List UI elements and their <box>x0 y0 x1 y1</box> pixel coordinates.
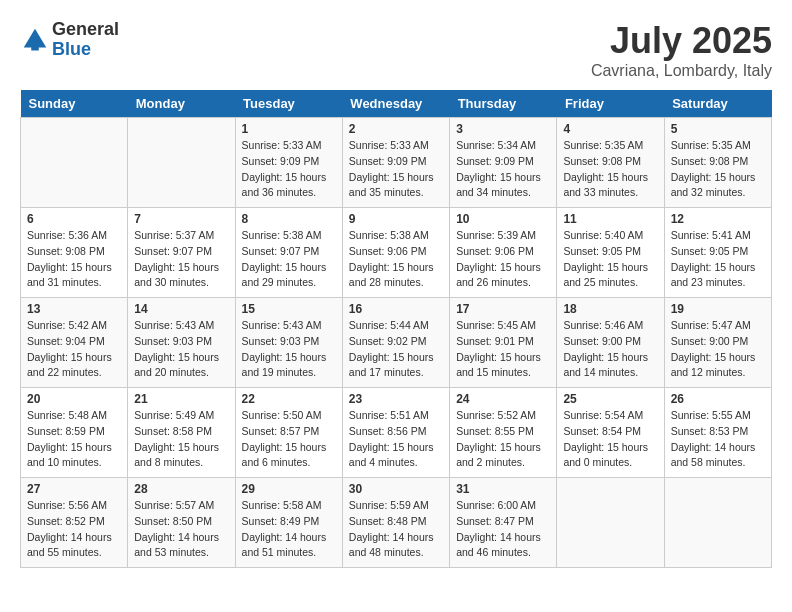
cell-5-2: 28Sunrise: 5:57 AMSunset: 8:50 PMDayligh… <box>128 478 235 568</box>
sunrise-text: Sunrise: 5:35 AM <box>671 138 765 154</box>
day-number: 9 <box>349 212 443 226</box>
sunset-text: Sunset: 9:00 PM <box>671 334 765 350</box>
day-detail: Sunrise: 5:35 AMSunset: 9:08 PMDaylight:… <box>563 138 657 201</box>
day-detail: Sunrise: 5:37 AMSunset: 9:07 PMDaylight:… <box>134 228 228 291</box>
daylight-text: Daylight: 15 hours and 33 minutes. <box>563 170 657 202</box>
sunset-text: Sunset: 9:08 PM <box>27 244 121 260</box>
day-number: 17 <box>456 302 550 316</box>
sunset-text: Sunset: 9:03 PM <box>242 334 336 350</box>
day-detail: Sunrise: 5:42 AMSunset: 9:04 PMDaylight:… <box>27 318 121 381</box>
sunset-text: Sunset: 8:48 PM <box>349 514 443 530</box>
day-number: 25 <box>563 392 657 406</box>
daylight-text: Daylight: 14 hours and 58 minutes. <box>671 440 765 472</box>
cell-1-6: 4Sunrise: 5:35 AMSunset: 9:08 PMDaylight… <box>557 118 664 208</box>
daylight-text: Daylight: 15 hours and 0 minutes. <box>563 440 657 472</box>
cell-5-6 <box>557 478 664 568</box>
day-detail: Sunrise: 5:43 AMSunset: 9:03 PMDaylight:… <box>242 318 336 381</box>
day-number: 13 <box>27 302 121 316</box>
sunset-text: Sunset: 8:54 PM <box>563 424 657 440</box>
day-detail: Sunrise: 5:52 AMSunset: 8:55 PMDaylight:… <box>456 408 550 471</box>
sunset-text: Sunset: 9:09 PM <box>456 154 550 170</box>
day-detail: Sunrise: 5:49 AMSunset: 8:58 PMDaylight:… <box>134 408 228 471</box>
day-number: 2 <box>349 122 443 136</box>
day-detail: Sunrise: 5:50 AMSunset: 8:57 PMDaylight:… <box>242 408 336 471</box>
sunset-text: Sunset: 8:49 PM <box>242 514 336 530</box>
day-number: 18 <box>563 302 657 316</box>
sunrise-text: Sunrise: 5:37 AM <box>134 228 228 244</box>
cell-2-4: 9Sunrise: 5:38 AMSunset: 9:06 PMDaylight… <box>342 208 449 298</box>
sunrise-text: Sunrise: 5:57 AM <box>134 498 228 514</box>
sunset-text: Sunset: 9:06 PM <box>349 244 443 260</box>
sunrise-text: Sunrise: 5:58 AM <box>242 498 336 514</box>
daylight-text: Daylight: 15 hours and 31 minutes. <box>27 260 121 292</box>
header-saturday: Saturday <box>664 90 771 118</box>
day-number: 22 <box>242 392 336 406</box>
day-detail: Sunrise: 5:43 AMSunset: 9:03 PMDaylight:… <box>134 318 228 381</box>
sunrise-text: Sunrise: 5:39 AM <box>456 228 550 244</box>
week-row-4: 20Sunrise: 5:48 AMSunset: 8:59 PMDayligh… <box>21 388 772 478</box>
logo-icon <box>20 25 50 55</box>
sunset-text: Sunset: 8:53 PM <box>671 424 765 440</box>
daylight-text: Daylight: 14 hours and 53 minutes. <box>134 530 228 562</box>
sunset-text: Sunset: 9:05 PM <box>563 244 657 260</box>
sunset-text: Sunset: 8:52 PM <box>27 514 121 530</box>
cell-1-2 <box>128 118 235 208</box>
daylight-text: Daylight: 15 hours and 23 minutes. <box>671 260 765 292</box>
week-row-2: 6Sunrise: 5:36 AMSunset: 9:08 PMDaylight… <box>21 208 772 298</box>
day-number: 19 <box>671 302 765 316</box>
daylight-text: Daylight: 15 hours and 20 minutes. <box>134 350 228 382</box>
sunrise-text: Sunrise: 5:51 AM <box>349 408 443 424</box>
day-detail: Sunrise: 5:36 AMSunset: 9:08 PMDaylight:… <box>27 228 121 291</box>
header-sunday: Sunday <box>21 90 128 118</box>
daylight-text: Daylight: 14 hours and 51 minutes. <box>242 530 336 562</box>
sunrise-text: Sunrise: 5:34 AM <box>456 138 550 154</box>
day-detail: Sunrise: 5:41 AMSunset: 9:05 PMDaylight:… <box>671 228 765 291</box>
day-number: 6 <box>27 212 121 226</box>
day-number: 16 <box>349 302 443 316</box>
sunset-text: Sunset: 8:56 PM <box>349 424 443 440</box>
logo-blue: Blue <box>52 40 119 60</box>
cell-4-5: 24Sunrise: 5:52 AMSunset: 8:55 PMDayligh… <box>450 388 557 478</box>
day-number: 11 <box>563 212 657 226</box>
day-detail: Sunrise: 5:56 AMSunset: 8:52 PMDaylight:… <box>27 498 121 561</box>
sunrise-text: Sunrise: 5:43 AM <box>242 318 336 334</box>
sunrise-text: Sunrise: 5:33 AM <box>349 138 443 154</box>
cell-4-4: 23Sunrise: 5:51 AMSunset: 8:56 PMDayligh… <box>342 388 449 478</box>
daylight-text: Daylight: 15 hours and 36 minutes. <box>242 170 336 202</box>
daylight-text: Daylight: 15 hours and 2 minutes. <box>456 440 550 472</box>
day-detail: Sunrise: 5:34 AMSunset: 9:09 PMDaylight:… <box>456 138 550 201</box>
day-number: 30 <box>349 482 443 496</box>
cell-5-1: 27Sunrise: 5:56 AMSunset: 8:52 PMDayligh… <box>21 478 128 568</box>
page-header: General Blue July 2025 Cavriana, Lombard… <box>20 20 772 80</box>
sunrise-text: Sunrise: 5:50 AM <box>242 408 336 424</box>
logo-text: General Blue <box>52 20 119 60</box>
sunset-text: Sunset: 9:03 PM <box>134 334 228 350</box>
sunset-text: Sunset: 9:09 PM <box>242 154 336 170</box>
sunrise-text: Sunrise: 6:00 AM <box>456 498 550 514</box>
day-number: 5 <box>671 122 765 136</box>
sunset-text: Sunset: 9:04 PM <box>27 334 121 350</box>
day-detail: Sunrise: 5:44 AMSunset: 9:02 PMDaylight:… <box>349 318 443 381</box>
sunset-text: Sunset: 8:47 PM <box>456 514 550 530</box>
cell-2-3: 8Sunrise: 5:38 AMSunset: 9:07 PMDaylight… <box>235 208 342 298</box>
sunset-text: Sunset: 9:01 PM <box>456 334 550 350</box>
calendar-header: Sunday Monday Tuesday Wednesday Thursday… <box>21 90 772 118</box>
daylight-text: Daylight: 15 hours and 17 minutes. <box>349 350 443 382</box>
day-detail: Sunrise: 5:51 AMSunset: 8:56 PMDaylight:… <box>349 408 443 471</box>
logo-general: General <box>52 20 119 40</box>
location-subtitle: Cavriana, Lombardy, Italy <box>591 62 772 80</box>
sunrise-text: Sunrise: 5:48 AM <box>27 408 121 424</box>
sunset-text: Sunset: 9:07 PM <box>134 244 228 260</box>
sunset-text: Sunset: 9:07 PM <box>242 244 336 260</box>
cell-2-6: 11Sunrise: 5:40 AMSunset: 9:05 PMDayligh… <box>557 208 664 298</box>
daylight-text: Daylight: 15 hours and 22 minutes. <box>27 350 121 382</box>
sunrise-text: Sunrise: 5:56 AM <box>27 498 121 514</box>
sunrise-text: Sunrise: 5:43 AM <box>134 318 228 334</box>
cell-5-3: 29Sunrise: 5:58 AMSunset: 8:49 PMDayligh… <box>235 478 342 568</box>
daylight-text: Daylight: 15 hours and 32 minutes. <box>671 170 765 202</box>
header-tuesday: Tuesday <box>235 90 342 118</box>
day-detail: Sunrise: 5:35 AMSunset: 9:08 PMDaylight:… <box>671 138 765 201</box>
day-detail: Sunrise: 5:40 AMSunset: 9:05 PMDaylight:… <box>563 228 657 291</box>
cell-2-5: 10Sunrise: 5:39 AMSunset: 9:06 PMDayligh… <box>450 208 557 298</box>
sunrise-text: Sunrise: 5:42 AM <box>27 318 121 334</box>
